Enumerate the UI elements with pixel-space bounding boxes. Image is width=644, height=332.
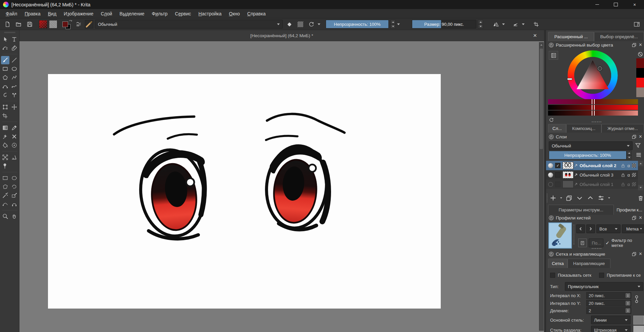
docker-close-icon[interactable]: × bbox=[639, 251, 642, 257]
tab-guides[interactable]: Направляющие bbox=[568, 259, 610, 268]
add-layer-caret[interactable] bbox=[560, 197, 562, 199]
add-layer-icon[interactable] bbox=[549, 194, 557, 202]
tab-undo-history[interactable]: Журнал отме... bbox=[601, 124, 644, 133]
tool-colorize-mask-icon[interactable] bbox=[1, 132, 9, 141]
layer-alpha-lock-icon[interactable]: α bbox=[627, 173, 630, 178]
tool-multibrush-icon[interactable] bbox=[10, 91, 18, 99]
brush-editor-icon[interactable] bbox=[74, 19, 83, 29]
mirror-horizontal-icon[interactable] bbox=[491, 19, 500, 29]
layer-checkbox[interactable] bbox=[555, 172, 560, 178]
shade-strip-saturation[interactable] bbox=[548, 105, 638, 110]
layer-visibility-icon[interactable] bbox=[548, 182, 553, 187]
tool-ellipse-icon[interactable] bbox=[10, 65, 18, 73]
next-preset-icon[interactable] bbox=[586, 224, 595, 233]
layer-name[interactable]: Обычный слой 1 bbox=[580, 182, 619, 187]
tab-grid[interactable]: Сетка bbox=[548, 259, 568, 268]
trim-to-image-icon[interactable] bbox=[531, 19, 541, 29]
canvas-vertical-scrollbar[interactable] bbox=[539, 42, 544, 331]
layer-lock-icon[interactable] bbox=[621, 163, 625, 168]
mirror-h-caret[interactable] bbox=[502, 23, 505, 25]
reload-preset-icon[interactable] bbox=[307, 19, 316, 29]
tool-enclose-fill-icon[interactable] bbox=[10, 141, 18, 149]
mirror-vertical-icon[interactable] bbox=[511, 19, 520, 29]
filter-by-tag-checkbox[interactable]: ✓ bbox=[605, 240, 609, 246]
tool-smart-patch-icon[interactable] bbox=[10, 132, 18, 141]
tool-polygon-select-icon[interactable] bbox=[1, 183, 9, 191]
layer-properties-caret[interactable] bbox=[608, 197, 610, 199]
previous-preset-icon[interactable] bbox=[576, 224, 585, 233]
division-spinbox[interactable]: 2 bbox=[586, 307, 631, 314]
layer-name[interactable]: Обычный слой 2 bbox=[580, 163, 619, 168]
layer-thumbnail[interactable] bbox=[562, 162, 574, 169]
size-slider[interactable]: Размер: 90,00 пикс. bbox=[412, 20, 476, 28]
preserve-alpha-icon[interactable] bbox=[296, 19, 305, 29]
div-style-color-swatch[interactable] bbox=[633, 326, 644, 332]
tool-edit-shapes-icon[interactable] bbox=[1, 44, 9, 52]
tool-color-sampler-icon[interactable] bbox=[10, 124, 18, 132]
eraser-mode-icon[interactable] bbox=[284, 19, 294, 29]
tool-polyline-icon[interactable] bbox=[10, 73, 18, 82]
toolbox-drag-handle[interactable] bbox=[4, 32, 15, 33]
shade-strip-hue[interactable] bbox=[548, 99, 638, 104]
layer-visibility-icon[interactable] bbox=[548, 173, 553, 178]
fg-bg-colors[interactable] bbox=[62, 19, 72, 29]
layer-toolbar-handle[interactable] bbox=[547, 194, 549, 202]
docker-float-icon[interactable] bbox=[632, 216, 636, 220]
maximize-button[interactable] bbox=[606, 0, 625, 9]
tag-button[interactable]: Метка bbox=[622, 224, 644, 233]
tool-reference-images-icon[interactable] bbox=[1, 162, 9, 170]
tool-polygon-icon[interactable] bbox=[1, 73, 9, 82]
docker-close-icon[interactable]: × bbox=[639, 134, 642, 139]
tool-select-icon[interactable] bbox=[1, 35, 9, 44]
docker-float-icon[interactable] bbox=[632, 135, 636, 139]
tool-ellipse-select-icon[interactable] bbox=[10, 174, 18, 182]
canvas-viewport[interactable] bbox=[19, 42, 544, 332]
tool-zoom-icon[interactable] bbox=[1, 212, 9, 220]
snap-to-grid-checkbox[interactable] bbox=[599, 273, 604, 278]
interval-x-spinbox[interactable]: 20 пикс. bbox=[586, 292, 631, 299]
layer-properties-icon[interactable] bbox=[597, 194, 605, 202]
docker-float-icon[interactable] bbox=[632, 43, 636, 47]
size-spinner[interactable] bbox=[478, 20, 483, 28]
menu-9-настройка[interactable]: Настройка bbox=[195, 9, 225, 18]
layer-thumbnail[interactable] bbox=[562, 181, 574, 188]
brush-preset-preview[interactable] bbox=[548, 222, 572, 249]
layer-row-3[interactable]: Обычный слой 1α bbox=[546, 180, 638, 189]
docker-resize-dots[interactable]: •••••• bbox=[592, 121, 602, 123]
layer-opacity-spinner[interactable] bbox=[627, 151, 632, 159]
opacity-spinner[interactable] bbox=[390, 20, 395, 28]
docker-lock-icon[interactable] bbox=[549, 134, 554, 139]
docker-lock-icon[interactable] bbox=[549, 252, 554, 257]
layer-scroll-up[interactable] bbox=[638, 161, 643, 166]
open-document-icon[interactable] bbox=[14, 19, 23, 29]
layer-checkbox[interactable] bbox=[555, 182, 560, 187]
opacity-slider[interactable]: Непрозрачность: 100% bbox=[326, 20, 389, 28]
tab-layers[interactable]: Сл... bbox=[548, 124, 566, 133]
docker-float-icon[interactable] bbox=[632, 252, 636, 256]
tool-rectangle-icon[interactable] bbox=[1, 65, 9, 73]
tab-advanced-color[interactable]: Расширенный ... bbox=[548, 32, 594, 41]
color-selector-settings-icon[interactable] bbox=[549, 51, 558, 60]
menu-5-слой[interactable]: Слой bbox=[97, 9, 116, 18]
save-icon[interactable] bbox=[25, 19, 34, 29]
show-grid-checkbox[interactable] bbox=[550, 273, 555, 278]
workspace-chooser-icon[interactable] bbox=[632, 19, 641, 29]
history-swatch-3[interactable] bbox=[636, 78, 644, 87]
preset-filter-combo[interactable]: Все bbox=[596, 224, 621, 233]
docker-close-icon[interactable]: × bbox=[639, 42, 642, 48]
menu-11-справка[interactable]: Справка bbox=[244, 9, 269, 18]
tool-similar-select-icon[interactable] bbox=[10, 191, 18, 200]
tool-gradient-icon[interactable] bbox=[1, 124, 9, 132]
tool-assistants-icon[interactable] bbox=[1, 153, 9, 161]
history-swatch-4[interactable] bbox=[636, 87, 644, 97]
no-color-icon[interactable] bbox=[636, 50, 644, 58]
tool-freehand-path-icon[interactable] bbox=[10, 82, 18, 90]
move-layer-down-icon[interactable] bbox=[576, 194, 583, 202]
tool-pan-icon[interactable] bbox=[10, 212, 18, 220]
tool-freehand-select-icon[interactable] bbox=[10, 183, 18, 191]
tool-measure-icon[interactable] bbox=[10, 153, 18, 161]
layer-thumbnail[interactable] bbox=[562, 171, 574, 179]
link-intervals-icon[interactable] bbox=[634, 293, 639, 306]
foreground-color-swatch[interactable] bbox=[62, 21, 68, 27]
opacity-dropdown-caret[interactable] bbox=[397, 23, 400, 25]
